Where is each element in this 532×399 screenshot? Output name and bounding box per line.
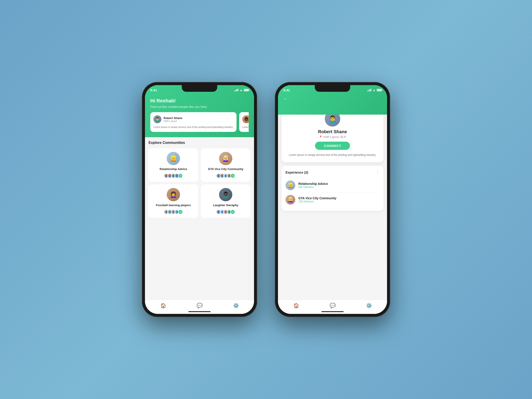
person-card-1-header: 👨🏿 Harry Madi... bbox=[242, 115, 249, 123]
wifi-icon-1: ▲ bbox=[240, 89, 242, 92]
person-0-name: Robert Shane bbox=[164, 116, 183, 120]
exp-0-followers: 30k followers bbox=[298, 185, 328, 189]
connect-button[interactable]: CONNECT bbox=[315, 142, 350, 150]
exp-1-followers: 23k followers bbox=[298, 200, 336, 203]
community-3-avatar: 👨🏿‍🦱 bbox=[219, 188, 232, 201]
location-pin-icon: 📍 bbox=[319, 135, 322, 139]
nav-chat-2[interactable]: 💬 bbox=[330, 303, 336, 309]
notch-1 bbox=[182, 85, 217, 92]
person-0-loc: HSR Layout bbox=[164, 120, 183, 122]
community-1-name: GTA Vice City Community bbox=[208, 167, 243, 171]
community-2-members: 👤 👤 👤 👤 +2 bbox=[164, 209, 183, 214]
community-0-count: +5 bbox=[178, 173, 183, 178]
person-card-1[interactable]: 👨🏿 Harry Madi... Lorem Ipsum is the prin… bbox=[239, 112, 249, 132]
battery-icon-2 bbox=[377, 89, 382, 91]
person-0-avatar: 👨‍🦱 bbox=[153, 115, 161, 123]
wifi-icon-2: ▲ bbox=[373, 89, 375, 92]
phone-2: 9:41 ▲ bbox=[275, 82, 390, 317]
signal-icon-1 bbox=[234, 89, 238, 91]
phone1-header: 9:41 ▲ bbox=[145, 85, 254, 137]
experience-card: Experience (2) ⋮ 👱 Relationship Advice 3… bbox=[282, 166, 383, 211]
explore-communities-title: Explore Communities bbox=[149, 141, 250, 145]
community-1-avatar: 👩‍🦳 bbox=[219, 152, 232, 165]
exp-1-avatar: 👩‍🦳 bbox=[285, 195, 295, 205]
status-time-2: 9:41 bbox=[283, 88, 290, 92]
nav-settings-2[interactable]: ⚙️ bbox=[366, 303, 372, 309]
nav-home-2[interactable]: 🏠 bbox=[293, 303, 299, 309]
community-2-avatar: 👩‍🦱 bbox=[167, 188, 180, 201]
experience-title: Experience (2) bbox=[285, 171, 308, 174]
battery-fill-1 bbox=[245, 89, 248, 91]
community-3-count: +6 bbox=[230, 209, 235, 214]
phone-1: 9:41 ▲ bbox=[142, 82, 257, 317]
person-card-0[interactable]: 👨‍🦱 Robert Shane HSR Layout Lorem Ipsum … bbox=[150, 112, 236, 132]
experience-item-1[interactable]: 👩‍🦳 GTA Vice City Community 23k follower… bbox=[285, 193, 380, 207]
status-icons-1: ▲ bbox=[234, 89, 249, 92]
person-1-desc: Lorem Ipsum is the printing an... bbox=[242, 126, 249, 129]
more-options-button[interactable]: ⋮ bbox=[375, 170, 380, 175]
nav-home-1[interactable]: 🏠 bbox=[160, 303, 166, 309]
battery-icon-1 bbox=[244, 89, 249, 91]
status-time-1: 9:41 bbox=[150, 88, 157, 92]
community-card-2[interactable]: 👩‍🦱 Foosball learning players 👤 👤 👤 👤 +2 bbox=[149, 184, 198, 218]
phones-container: 9:41 ▲ bbox=[142, 82, 390, 317]
community-0-members: 👤 👤 👤 👤 +5 bbox=[164, 173, 183, 178]
person-card-0-header: 👨‍🦱 Robert Shane HSR Layout bbox=[153, 115, 234, 123]
nav-chat-1[interactable]: 💬 bbox=[197, 303, 203, 309]
exp-1-name: GTA Vice City Community bbox=[298, 196, 336, 200]
chat-nav-icon-1: 💬 bbox=[197, 303, 203, 309]
profile-name: Robert Shane bbox=[318, 129, 347, 134]
chat-nav-icon-2: 💬 bbox=[330, 303, 336, 309]
profile-location: 📍 HSR Layout, BLR bbox=[319, 135, 346, 139]
profile-location-text: HSR Layout, BLR bbox=[323, 135, 346, 139]
exp-0-info: Relationship Advice 30k followers bbox=[298, 182, 328, 189]
community-0-avatar: 👱 bbox=[167, 152, 180, 165]
home-nav-icon-2: 🏠 bbox=[293, 303, 299, 309]
phone1-bottom-nav: 🏠 💬 ⚙️ bbox=[145, 300, 254, 314]
community-grid: 👱 Relationship Advice 👤 👤 👤 👤 +5 bbox=[149, 148, 250, 218]
experience-header: Experience (2) ⋮ bbox=[285, 170, 380, 175]
home-main[interactable]: Explore Communities 👱 Relationship Advic… bbox=[145, 137, 254, 300]
exp-0-name: Relationship Advice bbox=[298, 182, 328, 185]
person-1-avatar: 👨🏿 bbox=[242, 115, 249, 123]
community-1-count: +9 bbox=[230, 173, 235, 178]
profile-avatar: 👨‍🦱 bbox=[325, 115, 340, 127]
phone2-bottom-nav: 🏠 💬 ⚙️ bbox=[278, 300, 387, 314]
nav-bar-2 bbox=[321, 311, 344, 312]
community-0-name: Relationship Advice bbox=[160, 167, 187, 171]
phone2-scroll[interactable]: 👨‍🦱 Robert Shane 📍 HSR Layout, BLR CONNE… bbox=[278, 115, 387, 300]
phone1-content: 9:41 ▲ bbox=[145, 85, 254, 314]
person-0-desc: Lorem Ipsum is simply dummy text of the … bbox=[153, 126, 234, 129]
greeting-text: Hi Reshab! bbox=[150, 98, 249, 104]
community-card-0[interactable]: 👱 Relationship Advice 👤 👤 👤 👤 +5 bbox=[149, 148, 198, 182]
greeting-subtitle: Find out like minded people like you her… bbox=[150, 105, 249, 109]
home-nav-icon-1: 🏠 bbox=[160, 303, 166, 309]
nav-settings-1[interactable]: ⚙️ bbox=[233, 303, 239, 309]
status-icons-2: ▲ bbox=[367, 89, 382, 92]
community-card-1[interactable]: 👩‍🦳 GTA Vice City Community 👤 👤 👤 👤 +9 bbox=[201, 148, 250, 182]
community-2-count: +2 bbox=[178, 209, 183, 214]
community-card-3[interactable]: 👨🏿‍🦱 Laughter theraphy 👤 👤 👤 👤 +6 bbox=[201, 184, 250, 218]
community-3-name: Laughter theraphy bbox=[213, 203, 238, 207]
signal-icon-2 bbox=[367, 89, 371, 91]
people-scroll[interactable]: 👨‍🦱 Robert Shane HSR Layout Lorem Ipsum … bbox=[150, 112, 249, 132]
community-2-name: Foosball learning players bbox=[156, 203, 191, 207]
battery-fill-2 bbox=[378, 89, 381, 91]
community-1-members: 👤 👤 👤 👤 +9 bbox=[216, 173, 235, 178]
profile-description: Lorem Ipsum is simply dummy text of the … bbox=[289, 153, 376, 157]
nav-bar-1 bbox=[188, 311, 211, 312]
back-button[interactable]: ← bbox=[283, 96, 382, 101]
community-3-members: 👤 👤 👤 👤 +6 bbox=[216, 209, 235, 214]
person-0-info: Robert Shane HSR Layout bbox=[164, 116, 183, 122]
phone-1-screen: 9:41 ▲ bbox=[145, 85, 254, 314]
phone2-content: 9:41 ▲ bbox=[278, 85, 387, 314]
notch-2 bbox=[315, 85, 350, 92]
settings-nav-icon-2: ⚙️ bbox=[366, 303, 372, 309]
settings-nav-icon-1: ⚙️ bbox=[233, 303, 239, 309]
profile-card: 👨‍🦱 Robert Shane 📍 HSR Layout, BLR CONNE… bbox=[282, 115, 383, 162]
experience-item-0[interactable]: 👱 Relationship Advice 30k followers bbox=[285, 178, 380, 193]
exp-1-info: GTA Vice City Community 23k followers bbox=[298, 196, 336, 203]
phone-2-screen: 9:41 ▲ bbox=[278, 85, 387, 314]
exp-0-avatar: 👱 bbox=[285, 180, 295, 190]
